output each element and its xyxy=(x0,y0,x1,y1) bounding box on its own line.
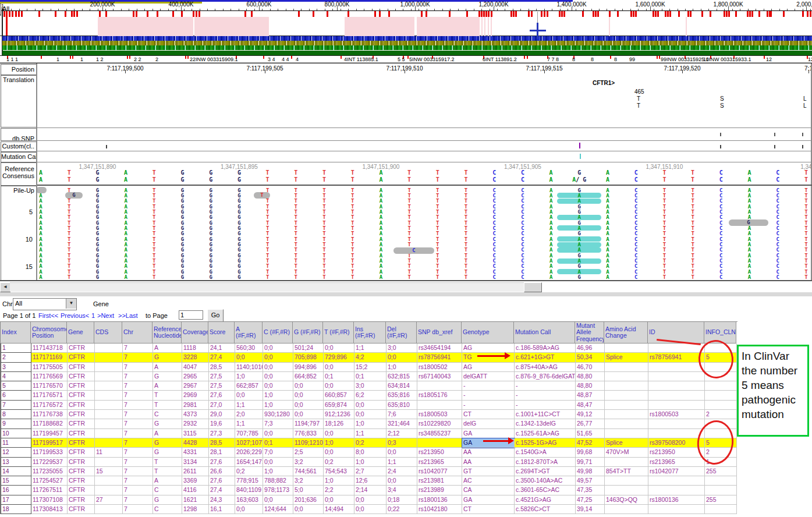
reference-base-column: T T xyxy=(407,169,411,183)
column-header[interactable]: Genotype xyxy=(462,322,514,344)
chevron-down-icon[interactable]: ▼ xyxy=(66,299,76,309)
chr-filter-select[interactable]: All ▼ xyxy=(13,298,77,310)
minor-tick xyxy=(113,9,114,10)
minor-tick xyxy=(442,9,443,10)
chevron-down-icon[interactable]: ▼ xyxy=(0,4,1,14)
variant-tick xyxy=(21,11,23,17)
column-header[interactable]: Mutation Call xyxy=(514,322,575,344)
table-row[interactable]: 17117307108CFTR277G162124,3163;6030;0201… xyxy=(1,495,737,505)
column-header[interactable]: Coverage xyxy=(182,322,208,344)
table-row[interactable]: 8117176738CFTR7C437329,02;0930;12800;091… xyxy=(1,410,737,419)
table-cell: 1;0 xyxy=(354,419,387,429)
minor-tick xyxy=(372,9,373,10)
table-row[interactable]: 9117188682CFTR7G293219,61;17;31194;79718… xyxy=(1,419,737,429)
track-label-translation: Translation xyxy=(1,75,37,128)
variant-tick xyxy=(735,11,737,17)
variant-tick xyxy=(481,11,483,17)
next-page-link[interactable]: >Next xyxy=(97,312,114,319)
column-header[interactable]: T (#F,#R) xyxy=(323,322,354,344)
table-row[interactable]: 13117229537CFTR7T313427,61654;14710;03;2… xyxy=(1,458,737,467)
gene-filter-select[interactable]: All ▼ xyxy=(0,3,1,16)
index-cell: 11 xyxy=(1,438,31,448)
reference-base-column: G G xyxy=(95,169,99,183)
variant-tick xyxy=(783,11,785,17)
table-cell: rs213989 xyxy=(417,486,462,495)
column-header[interactable]: Mutant Allele Frequency xyxy=(575,322,604,344)
minor-tick xyxy=(309,9,310,10)
label-column-divider xyxy=(36,63,37,280)
column-header[interactable]: Chr xyxy=(122,322,153,344)
column-header[interactable]: C (#F,#R) xyxy=(263,322,293,344)
column-header[interactable]: Amino Acid Change xyxy=(604,322,648,344)
table-row[interactable]: 16117267511CFTR7C411627,4840;1109978;117… xyxy=(1,486,737,495)
horizontal-scrollbar-track[interactable] xyxy=(10,282,541,292)
column-header[interactable]: Index xyxy=(1,322,31,344)
first-page-link[interactable]: First<< xyxy=(38,312,58,319)
table-row[interactable]: 11117199517CFTR7G442828,51027;10770;1110… xyxy=(1,438,737,448)
column-header[interactable]: Chromosome Position xyxy=(31,322,67,344)
table-cell: CFTR xyxy=(68,505,95,514)
contig-label: 8 xyxy=(591,56,594,62)
table-cell: 1;1 xyxy=(354,429,387,438)
major-tick xyxy=(572,7,572,10)
page-1-link[interactable]: 1 xyxy=(91,312,95,319)
last-page-link[interactable]: >>Last xyxy=(118,312,138,319)
table-cell: 11 xyxy=(95,448,123,457)
table-row[interactable]: 6117176571CFTR7T296927,60;01;00;0660;857… xyxy=(1,391,737,400)
index-cell: 8 xyxy=(1,410,31,419)
table-cell: 1;1 xyxy=(235,419,263,429)
variant-tick xyxy=(559,11,561,17)
track-label-pileup: Pile-Up 5 10 15 xyxy=(1,186,37,281)
horizontal-scrollbar-thumb[interactable] xyxy=(524,282,542,292)
pile-row-number-5: 5 xyxy=(29,208,34,215)
index-cell: 9 xyxy=(1,419,31,429)
go-button[interactable]: Go xyxy=(207,309,224,322)
position-tick xyxy=(265,70,265,73)
table-row[interactable]: 15117254527CFTR7A336927,6778;915788;8823… xyxy=(1,476,737,486)
column-header[interactable]: Reference Nucleotide xyxy=(153,322,182,344)
table-cell: 776;833 xyxy=(293,429,324,438)
column-header[interactable]: Del (#F,#R) xyxy=(386,322,417,344)
table-row[interactable]: 10117199457CFTR7A311527,3707;7850;0776;8… xyxy=(1,429,737,438)
column-header[interactable]: SNP db_xref xyxy=(417,322,462,344)
table-cell xyxy=(705,505,737,514)
table-cell: 7 xyxy=(123,419,153,429)
table-row[interactable]: 3117175505CFTR7A404728,51140;10160;0994;… xyxy=(1,363,737,372)
table-row[interactable]: 7117176572CFTR7T298127,01;11;00;0659;874… xyxy=(1,401,737,410)
variant-tick xyxy=(635,11,637,17)
table-cell: rs1800136 xyxy=(648,495,705,505)
column-header[interactable]: Ins (#F,#R) xyxy=(354,322,386,344)
column-header[interactable]: Gene xyxy=(67,322,94,344)
dbsnp-divider xyxy=(37,140,812,141)
table-cell: 0;1 xyxy=(354,372,387,381)
table-cell: 27 xyxy=(95,495,123,505)
table-cell xyxy=(95,476,123,486)
table-row[interactable]: 12117199533CFTR117G433128,12026;22917;02… xyxy=(1,448,737,457)
table-row[interactable]: 18117308413CFTR7C129816,10;0124;6440;014… xyxy=(1,505,737,514)
pile-base-column: T T T T T T T T T T T T T T T T T xyxy=(407,188,410,281)
column-header[interactable]: G (#F,#R) xyxy=(293,322,323,344)
table-cell: 0;0 xyxy=(324,429,354,438)
table-row[interactable]: 5117176570CFTR7A296727,5662;8570;00;00;0… xyxy=(1,381,737,391)
table-cell: rs1042077 xyxy=(648,467,705,476)
variant-tick xyxy=(379,11,381,17)
contig-label: 1 1 1 xyxy=(6,56,18,62)
scroll-left-button[interactable]: ◄ xyxy=(0,282,10,292)
previous-page-link[interactable]: Previous< xyxy=(61,312,89,319)
column-header[interactable]: Score xyxy=(208,322,235,344)
table-cell: 7 xyxy=(123,467,153,476)
variant-tick xyxy=(466,11,468,17)
variant-tick xyxy=(76,11,78,17)
middle-coverage-track xyxy=(2,41,812,45)
table-row[interactable]: 2117171169CFTR7G322827,40;00;0705;898729… xyxy=(1,353,737,362)
table-cell: 117143718 xyxy=(31,344,68,353)
column-header[interactable]: CDS xyxy=(94,322,122,344)
column-header[interactable]: A (#F,#R) xyxy=(235,322,263,344)
table-cell: 7 xyxy=(123,391,153,400)
table-row[interactable]: 4117176569CFTR7G296527,51;00;0664;8520;1… xyxy=(1,372,737,381)
page-number-input[interactable] xyxy=(179,310,203,320)
table-cell: 7 xyxy=(123,344,153,353)
table-cell: 117176570 xyxy=(31,381,68,391)
table-row[interactable]: 14117235055CFTR157T261126,60;21;0744;561… xyxy=(1,467,737,476)
table-row[interactable]: 1117143718CFTR7A111824,1560;300;0501;240… xyxy=(1,344,737,353)
